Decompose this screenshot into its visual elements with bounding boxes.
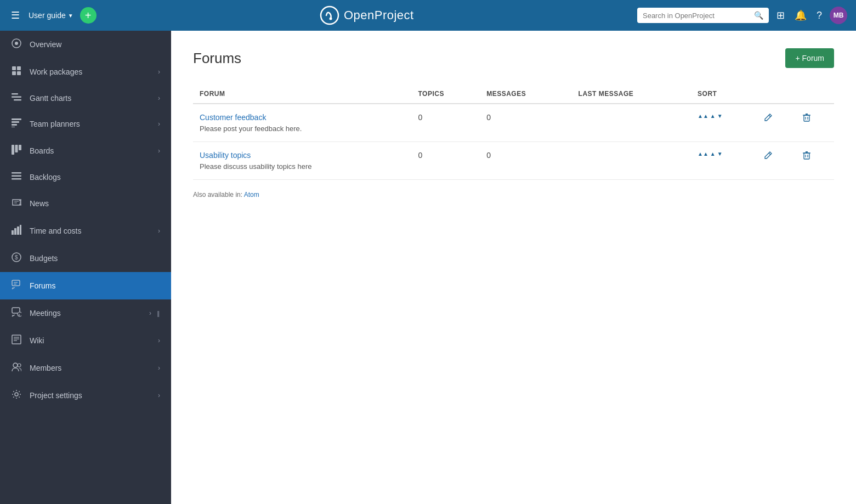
sidebar-item-budgets[interactable]: $Budgets [0, 245, 171, 272]
logo-icon [320, 5, 339, 25]
delete-forum-button-0[interactable] [802, 113, 811, 123]
help-icon[interactable]: ? [814, 8, 824, 24]
svg-point-39 [15, 393, 18, 396]
sidebar-item-label-meetings: Meetings [30, 309, 141, 318]
atom-link-anchor[interactable]: Atom [244, 191, 259, 199]
svg-line-40 [769, 115, 770, 117]
sidebar-item-label-wiki: Wiki [30, 336, 150, 345]
sidebar-item-work-packages[interactable]: Work packages› [0, 58, 171, 86]
sidebar-arrow-wiki: › [158, 337, 160, 344]
col-sort: SORT [691, 84, 757, 104]
last-message-cell-1 [572, 142, 691, 180]
atom-link: Also available in: Atom [193, 191, 834, 199]
svg-rect-21 [12, 230, 14, 235]
table-header-row: FORUM TOPICS MESSAGES LAST MESSAGE SORT [193, 84, 834, 104]
sidebar-item-news[interactable]: News [0, 190, 171, 217]
svg-rect-18 [12, 172, 21, 174]
col-edit [757, 84, 796, 104]
team-planners-icon [11, 118, 22, 129]
svg-rect-33 [12, 335, 21, 344]
sort-up-0[interactable]: ▲ [710, 113, 716, 119]
sidebar-item-team-planners[interactable]: Team planners› [0, 111, 171, 137]
add-project-button[interactable]: + [80, 7, 97, 24]
svg-point-3 [15, 42, 18, 45]
messages-cell-0: 0 [480, 104, 571, 142]
sidebar-arrow-time-and-costs: › [158, 227, 160, 235]
col-topics: TOPICS [412, 84, 480, 104]
sort-down-0[interactable]: ▼ [717, 113, 723, 119]
meetings-icon: ii [11, 307, 22, 319]
time-and-costs-icon [11, 225, 22, 237]
sort-down-1[interactable]: ▼ [717, 151, 723, 157]
edit-forum-button-1[interactable] [764, 151, 773, 161]
forum-desc-0: Please post your feedback here. [200, 124, 302, 133]
svg-point-38 [18, 364, 21, 367]
sort-top-1[interactable]: ▲▲ [698, 151, 708, 157]
sidebar-arrow-team-planners: › [158, 120, 160, 128]
notifications-icon[interactable]: 🔔 [792, 7, 809, 24]
svg-rect-9 [12, 97, 21, 98]
delete-cell-0 [796, 104, 834, 142]
avatar[interactable]: MB [830, 7, 847, 24]
sidebar-item-gantt-charts[interactable]: Gantt charts› [0, 86, 171, 111]
svg-rect-17 [19, 145, 21, 150]
sidebar-item-members[interactable]: Members› [0, 354, 171, 382]
edit-cell-0 [757, 104, 796, 142]
sidebar-item-wiki[interactable]: Wiki› [0, 327, 171, 354]
svg-line-46 [769, 153, 770, 155]
sidebar-item-boards[interactable]: Boards› [0, 137, 171, 165]
sidebar-item-label-backlogs: Backlogs [30, 173, 160, 182]
hamburger-menu-icon[interactable]: ☰ [9, 7, 22, 24]
sort-controls-1: ▲▲ ▲ ▼ [698, 151, 751, 157]
svg-rect-4 [12, 66, 16, 70]
edit-forum-button-0[interactable] [764, 113, 773, 123]
col-forum: FORUM [193, 84, 412, 104]
sidebar-item-meetings[interactable]: iiMeetings›‖ [0, 299, 171, 327]
forum-link-1[interactable]: Usability topics [200, 151, 405, 160]
sidebar-item-label-overview: Overview [30, 40, 160, 49]
svg-text:$: $ [15, 254, 18, 261]
search-input[interactable] [643, 12, 750, 20]
svg-rect-13 [12, 124, 17, 126]
svg-text:ii: ii [19, 313, 21, 317]
svg-rect-14 [12, 127, 15, 127]
col-last-message: LAST MESSAGE [572, 84, 691, 104]
sidebar-item-label-time-and-costs: Time and costs [30, 226, 150, 235]
sort-top-0[interactable]: ▲▲ [698, 113, 708, 119]
sidebar-item-project-settings[interactable]: Project settings› [0, 382, 171, 409]
modules-icon[interactable]: ⊞ [774, 7, 787, 24]
add-forum-button[interactable]: + Forum [785, 48, 834, 68]
svg-rect-24 [20, 225, 21, 235]
svg-rect-22 [14, 228, 16, 235]
svg-rect-10 [14, 99, 21, 101]
svg-rect-19 [12, 175, 21, 177]
sidebar-item-backlogs[interactable]: Backlogs [0, 165, 171, 190]
forum-link-0[interactable]: Customer feedback [200, 113, 405, 122]
svg-rect-5 [17, 66, 21, 70]
page-title: Forums [193, 50, 241, 67]
chevron-down-icon: ▼ [68, 13, 73, 19]
svg-rect-6 [12, 71, 16, 75]
gantt-charts-icon [11, 93, 22, 103]
sidebar-item-label-gantt-charts: Gantt charts [30, 94, 150, 103]
search-box[interactable]: 🔍 [637, 8, 769, 23]
backlogs-icon [11, 172, 22, 182]
forums-icon [11, 280, 22, 292]
boards-icon [11, 145, 22, 157]
sidebar-arrow-members: › [158, 364, 160, 372]
sidebar-arrow-project-settings: › [158, 392, 160, 399]
sidebar-collapse-meetings[interactable]: ‖ [157, 310, 160, 317]
sidebar-item-label-news: News [30, 199, 160, 208]
members-icon [11, 362, 22, 374]
sidebar-item-forums[interactable]: Forums [0, 272, 171, 299]
app-logo: OpenProject [320, 5, 414, 25]
news-icon [11, 197, 22, 209]
svg-rect-23 [17, 226, 19, 235]
project-selector[interactable]: User guide ▼ [29, 11, 73, 20]
col-messages: MESSAGES [480, 84, 571, 104]
sidebar-item-time-and-costs[interactable]: Time and costs› [0, 217, 171, 245]
svg-rect-7 [17, 71, 21, 75]
sort-up-1[interactable]: ▲ [710, 151, 716, 157]
sidebar-item-overview[interactable]: Overview [0, 31, 171, 58]
delete-forum-button-1[interactable] [802, 151, 811, 161]
